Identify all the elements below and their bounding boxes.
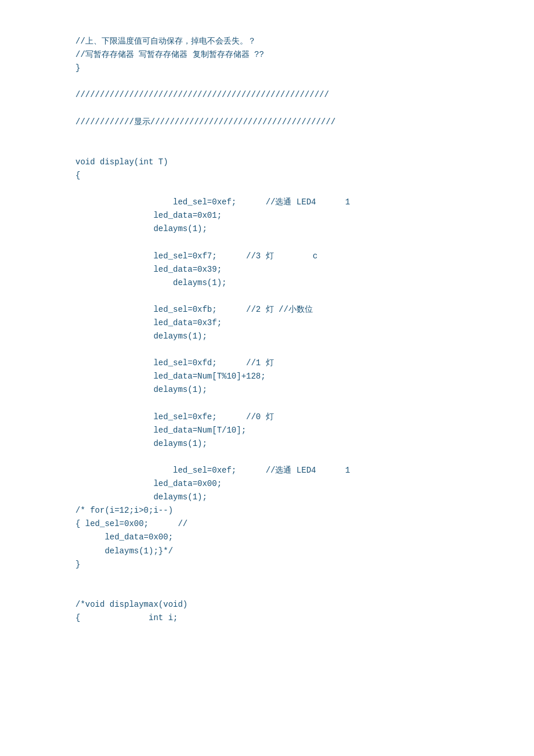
code-line: led_sel=0xef; //选通 LED4 1 — [75, 464, 534, 477]
code-line — [75, 451, 534, 464]
code-line: //写暂存存储器 写暂存存储器 复制暂存存储器 ?? — [75, 48, 534, 62]
code-line: led_sel=0xfe; //0 灯 — [75, 411, 534, 424]
code-line: delayms(1); — [75, 491, 534, 504]
code-line: /* for(i=12;i>0;i--) — [75, 504, 534, 517]
code-line: led_data=0x00; — [75, 477, 534, 491]
code-line: delayms(1); — [75, 222, 534, 236]
code-line — [75, 571, 534, 585]
code-line: delayms(1);}*/ — [75, 545, 534, 558]
code-line: { — [75, 169, 534, 182]
code-line: led_data=0x39; — [75, 263, 534, 276]
code-line: { led_sel=0x00; // — [75, 517, 534, 531]
code-line — [75, 75, 534, 88]
code-line: led_data=0x00; — [75, 531, 534, 544]
code-line: } — [75, 62, 534, 75]
code-line: led_data=0x3f; — [75, 316, 534, 330]
code-line: led_data=Num[T%10]+128; — [75, 370, 534, 383]
code-line — [75, 585, 534, 598]
code-line: led_sel=0xf7; //3 灯 c — [75, 250, 534, 263]
code-line: delayms(1); — [75, 383, 534, 397]
code-container: //上、下限温度值可自动保存，掉电不会丢失。？//写暂存存储器 写暂存存储器 复… — [75, 35, 534, 625]
code-line: void display(int T) — [75, 156, 534, 169]
code-line — [75, 397, 534, 411]
code-line — [75, 290, 534, 303]
code-line — [75, 142, 534, 156]
code-line: led_sel=0xfd; //1 灯 — [75, 357, 534, 370]
code-line: { int i; — [75, 611, 534, 625]
code-line: led_sel=0xfb; //2 灯 //小数位 — [75, 303, 534, 316]
code-line: delayms(1); — [75, 330, 534, 343]
code-line: led_data=0x01; — [75, 209, 534, 222]
code-line: ////////////显示//////////////////////////… — [75, 116, 534, 129]
code-line: delayms(1); — [75, 276, 534, 290]
code-line: } — [75, 558, 534, 571]
code-line: led_sel=0xef; //选通 LED4 1 — [75, 196, 534, 209]
code-line — [75, 102, 534, 115]
code-line — [75, 129, 534, 142]
code-line — [75, 182, 534, 196]
code-line: /*void displaymax(void) — [75, 598, 534, 611]
code-line: //上、下限温度值可自动保存，掉电不会丢失。？ — [75, 35, 534, 48]
code-line: led_data=Num[T/10]; — [75, 424, 534, 437]
code-line: delayms(1); — [75, 437, 534, 451]
code-line: ////////////////////////////////////////… — [75, 88, 534, 102]
code-line — [75, 343, 534, 357]
code-line — [75, 236, 534, 249]
